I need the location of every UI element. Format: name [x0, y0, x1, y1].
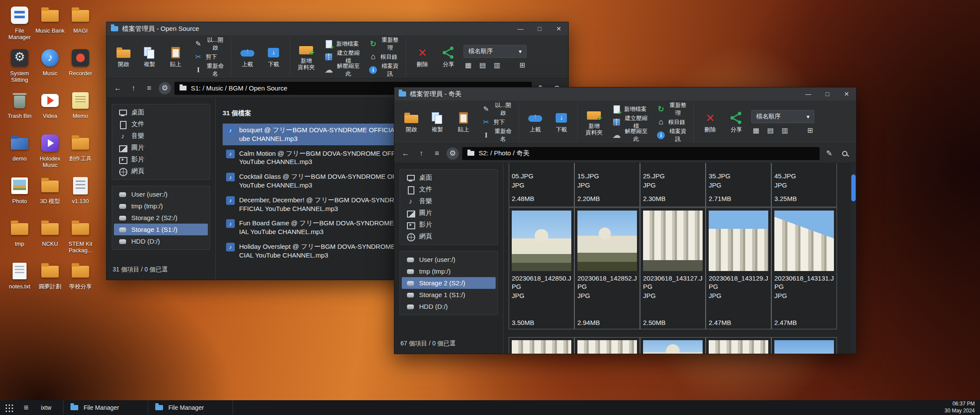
photo-cell-partial[interactable]: 05.JPG JPG 2.48MB [509, 163, 574, 207]
desktop-icon[interactable]: Recorder [65, 45, 96, 88]
toolbar-button[interactable]: 貼上 [451, 103, 476, 141]
toolbar-button[interactable]: 解壓縮至此 [609, 129, 651, 141]
toolbar-button[interactable]: 以...開啟 [191, 37, 227, 50]
menu-button[interactable]: ≡ [431, 147, 443, 160]
sidebar-place-item[interactable]: 網頁 [114, 165, 208, 177]
sidebar-place-item[interactable]: 網頁 [402, 231, 496, 242]
desktop-icon[interactable]: NCKU [35, 216, 65, 258]
toolbar-button[interactable]: 下載 [261, 38, 286, 76]
sidebar-place-item[interactable]: 圖片 [402, 207, 496, 219]
photo-cell-partial[interactable] [706, 337, 771, 354]
desktop-icon[interactable]: v1.130 [65, 173, 96, 216]
photo-cell-partial[interactable] [771, 337, 837, 354]
sidebar-place-item[interactable]: 音樂 [402, 195, 496, 207]
panel-toggle-button[interactable]: ⊞ [807, 127, 813, 134]
desktop-icon[interactable]: Videa [35, 88, 65, 131]
toolbar-button[interactable]: 剪下 [191, 50, 227, 63]
titlebar[interactable]: 檔案管理員 - 奇美 — □ ✕ [394, 87, 856, 100]
photo-cell-partial[interactable]: 35.JPG JPG 2.71MB [706, 163, 771, 207]
toolbar-button[interactable]: 開啟 [399, 103, 424, 141]
photo-cell-partial[interactable]: 15.JPG JPG 2.20MB [574, 163, 640, 207]
settings-button[interactable]: ⚙ [447, 147, 459, 160]
sidebar-drive-item[interactable]: tmp (tmp:/) [402, 265, 496, 277]
sidebar-place-item[interactable]: 桌面 [402, 172, 496, 184]
settings-button[interactable]: ⚙ [159, 82, 171, 94]
clock[interactable]: 06:37 PM 30 May 2024 [945, 401, 980, 414]
desktop-icon[interactable]: Music Bank [35, 3, 65, 45]
toolbar-button[interactable]: 上載 [523, 103, 548, 141]
taskbar-window-button[interactable]: File Manager [148, 400, 233, 415]
desktop-icon[interactable]: notes.txt [4, 258, 35, 301]
view-mode-button[interactable]: ▤ [480, 62, 486, 69]
desktop-icon[interactable]: Photo [4, 173, 35, 216]
desktop-icon[interactable]: MAGI [65, 3, 96, 45]
toolbar-button[interactable]: 貼上 [163, 38, 188, 76]
photo-cell-partial[interactable] [574, 337, 640, 354]
toolbar-button[interactable]: 重新命名 [479, 129, 515, 141]
path-field[interactable]: S2: / Photo / 奇美 [462, 147, 820, 160]
sidebar-drive-item[interactable]: Storage 1 (S1:/) [114, 224, 208, 235]
desktop-icon[interactable]: 創作工具 [65, 131, 96, 173]
photo-cell-partial[interactable] [640, 337, 706, 354]
toolbar-button[interactable]: 新增檔案 [321, 37, 363, 50]
toolbar-button[interactable]: 重新整理 [653, 103, 690, 115]
sort-order-dropdown[interactable]: 檔名順序 ▾ [751, 110, 814, 123]
toolbar-button[interactable]: 下載 [549, 103, 574, 141]
panel-toggle-button[interactable]: ⊞ [520, 62, 525, 69]
close-button[interactable]: ✕ [549, 22, 568, 35]
toolbar-button[interactable]: 上載 [235, 38, 260, 76]
sidebar-drive-item[interactable]: HDD (D:/) [402, 301, 496, 312]
photo-cell[interactable]: 20230618_142852.JPG JPG 2.94MB [574, 208, 640, 329]
start-button[interactable] [0, 400, 17, 415]
photo-cell[interactable]: 20230618_143127.JPG JPG 2.50MB [640, 208, 706, 329]
desktop-icon[interactable]: Trash Bin [4, 88, 35, 131]
desktop-icon[interactable]: 學校分享 [65, 258, 96, 301]
desktop-icon[interactable]: 3D 模型 [35, 173, 65, 216]
minimize-button[interactable]: — [799, 87, 818, 100]
task-view-button[interactable]: ≡ [17, 400, 35, 415]
toolbar-button[interactable]: 刪除 [410, 38, 435, 76]
back-button[interactable]: ← [400, 147, 412, 160]
toolbar-button[interactable]: 根目錄 [366, 50, 402, 63]
desktop-icon[interactable]: STEM Kit Packag... [65, 216, 96, 258]
sort-order-dropdown[interactable]: 檔名順序 ▾ [463, 45, 527, 58]
toolbar-button[interactable]: 重新命名 [191, 64, 227, 76]
toolbar-button[interactable]: 新增檔案 [609, 103, 651, 115]
up-button[interactable]: ↑ [415, 147, 427, 160]
minimize-button[interactable]: — [511, 22, 530, 35]
toolbar-button[interactable]: 檔案資訊 [653, 129, 690, 141]
sidebar-drive-item[interactable]: HDD (D:/) [114, 235, 208, 247]
sidebar-place-item[interactable]: 音樂 [114, 130, 208, 142]
edit-path-button[interactable]: ✎ [823, 147, 835, 160]
view-mode-button[interactable]: ▥ [494, 62, 500, 69]
up-button[interactable]: ↑ [127, 82, 140, 94]
toolbar-button[interactable]: 解壓縮至此 [321, 64, 363, 76]
toolbar-button[interactable]: 重新整理 [366, 37, 402, 50]
search-button[interactable] [839, 147, 851, 160]
sidebar-place-item[interactable]: 影片 [402, 219, 496, 231]
scrollbar-thumb[interactable] [851, 174, 856, 201]
desktop-icon[interactable]: tmp [4, 216, 35, 258]
view-mode-button[interactable]: ▦ [753, 127, 759, 134]
sidebar-place-item[interactable]: 影片 [114, 154, 208, 165]
desktop-icon[interactable]: System Slitting [4, 45, 35, 88]
toolbar-button[interactable]: 分享 [436, 38, 461, 76]
desktop-icon[interactable]: File Manager [4, 3, 35, 45]
sidebar-place-item[interactable]: 文件 [402, 184, 496, 195]
photo-cell[interactable]: 20230618_143129.JPG JPG 2.47MB [706, 208, 771, 329]
sidebar-drive-item[interactable]: User (user:/) [114, 188, 208, 200]
toolbar-button[interactable]: 檔案資訊 [366, 64, 402, 76]
sidebar-drive-item[interactable]: Storage 2 (S2:/) [402, 277, 496, 289]
maximize-button[interactable]: □ [530, 22, 549, 35]
menu-button[interactable]: ≡ [143, 82, 155, 94]
toolbar-button[interactable]: 剪下 [479, 116, 515, 128]
toolbar-button[interactable]: 開啟 [111, 38, 136, 76]
photo-cell-partial[interactable]: 25.JPG JPG 2.30MB [640, 163, 706, 207]
new-folder-button[interactable]: 新增 資料夾 [581, 103, 607, 141]
view-mode-button[interactable]: ▤ [767, 127, 774, 134]
sidebar-place-item[interactable]: 圖片 [114, 142, 208, 154]
sidebar-drive-item[interactable]: tmp (tmp:/) [114, 200, 208, 212]
desktop-icon[interactable]: Holodex Music [35, 131, 65, 173]
sidebar-drive-item[interactable]: Storage 1 (S1:/) [402, 289, 496, 301]
toolbar-button[interactable]: 複製 [137, 38, 162, 76]
